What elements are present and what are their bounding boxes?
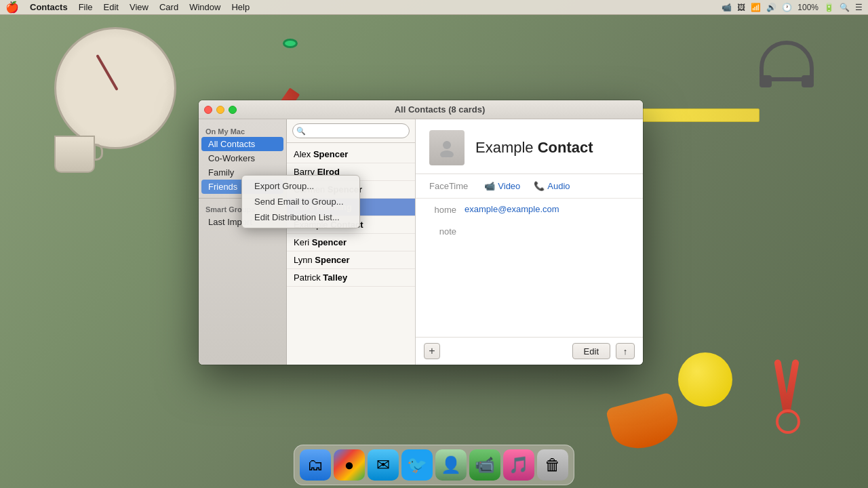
chrome-icon: ● <box>344 455 355 474</box>
sidebar-item-coworkers[interactable]: Co-Workers <box>201 151 283 165</box>
window-titlebar: All Contacts (8 cards) <box>199 100 643 119</box>
menubar: 🍎 Contacts File Edit View Card Window He… <box>0 0 868 15</box>
traffic-lights <box>204 106 237 114</box>
contact-item-keri-spencer[interactable]: Keri Spencer <box>287 234 415 251</box>
dock-finder[interactable]: 🗂 <box>300 449 331 481</box>
menu-card[interactable]: Card <box>159 2 178 12</box>
svg-point-0 <box>443 141 451 149</box>
contact-item-lynn-spencer[interactable]: Lynn Spencer <box>287 251 415 269</box>
email-value[interactable]: example@example.com <box>465 204 559 214</box>
contact-last-name-detail: Contact <box>538 139 593 156</box>
battery-label: 100% <box>797 3 818 12</box>
dock-facetime[interactable]: 📹 <box>469 449 500 481</box>
edit-share-row: Edit ↑ <box>572 343 635 359</box>
on-my-mac-label: On My Mac <box>199 125 286 137</box>
sidebar-item-all-contacts[interactable]: All Contacts <box>201 137 283 151</box>
add-contact-button[interactable]: + <box>424 343 440 359</box>
yellow-ball-decoration <box>678 352 732 407</box>
dock-chrome[interactable]: ● <box>334 449 365 481</box>
twitter-icon: 🐦 <box>407 455 427 474</box>
context-menu-edit-distribution[interactable]: Edit Distribution List... <box>242 209 359 225</box>
video-label: Video <box>498 181 520 191</box>
contact-last-name: Spencer <box>315 255 349 265</box>
contact-list-panel: 🔍 Alex Spencer Barry Elrod Carmen Spence… <box>287 119 416 365</box>
email-label: home <box>429 204 456 215</box>
dock-itunes[interactable]: 🎵 <box>503 449 534 481</box>
search-wrapper: 🔍 <box>292 123 410 138</box>
share-button[interactable]: ↑ <box>616 343 635 359</box>
maximize-button[interactable] <box>229 106 237 114</box>
headphones-decoration <box>760 41 814 81</box>
contact-last-name: Talley <box>323 272 347 283</box>
menu-extras-icon[interactable]: ☰ <box>855 3 863 12</box>
search-icon: 🔍 <box>296 127 306 136</box>
clock-icon: 🕐 <box>782 3 792 12</box>
contact-first-name: Keri <box>294 237 312 247</box>
menubar-right: 📹 🖼 📶 🔊 🕐 100% 🔋 🔍 ☰ <box>722 3 863 12</box>
context-menu-export-group[interactable]: Export Group... <box>242 178 359 194</box>
facetime-label: FaceTime <box>429 181 468 191</box>
note-label: note <box>429 226 456 237</box>
spotlight-icon[interactable]: 🔍 <box>840 3 850 12</box>
detail-panel: Example Contact FaceTime 📹 Video 📞 Audio <box>416 119 643 365</box>
facetime-dock-icon: 📹 <box>475 455 495 474</box>
search-input[interactable] <box>292 123 410 138</box>
detail-header: Example Contact <box>416 119 643 174</box>
battery-icon: 🔋 <box>824 3 834 12</box>
scissors-decoration <box>773 359 807 434</box>
window-title: All Contacts (8 cards) <box>242 104 637 115</box>
itunes-icon: 🎵 <box>509 455 529 474</box>
mug-decoration <box>54 136 95 173</box>
phone-icon: 📞 <box>534 181 545 191</box>
contact-first-name: Patrick <box>294 272 323 283</box>
dock-contacts[interactable]: 👤 <box>435 449 467 481</box>
wifi-icon: 📶 <box>751 3 761 12</box>
contact-first-name-detail: Example <box>475 139 534 156</box>
menu-window[interactable]: Window <box>189 2 220 12</box>
contact-last-name: Spencer <box>312 237 347 247</box>
contact-item-patrick-talley[interactable]: Patrick Talley <box>287 269 415 287</box>
dock-trash[interactable]: 🗑 <box>537 449 568 481</box>
search-bar: 🔍 <box>287 119 415 143</box>
audio-label: Audio <box>547 181 570 191</box>
desktop: 🍎 Contacts File Edit View Card Window He… <box>0 0 868 488</box>
video-button[interactable]: 📹 Video <box>484 181 520 191</box>
contacts-icon: 👤 <box>441 455 461 474</box>
green-dot-decoration <box>285 41 296 46</box>
contact-first-name: Lynn <box>294 255 315 265</box>
menu-edit[interactable]: Edit <box>104 2 119 12</box>
svg-point-1 <box>440 150 454 157</box>
audio-button[interactable]: 📞 Audio <box>534 181 570 191</box>
contact-first-name: Alex <box>294 149 313 159</box>
dock-twitter[interactable]: 🐦 <box>401 449 433 481</box>
mail-icon: ✉ <box>376 455 390 474</box>
dock: 🗂 ● ✉ 🐦 👤 📹 🎵 🗑 <box>294 445 574 485</box>
context-menu-send-email[interactable]: Send Email to Group... <box>242 194 359 209</box>
desk-clock-decoration <box>54 27 176 149</box>
close-button[interactable] <box>204 106 212 114</box>
minimize-button[interactable] <box>216 106 224 114</box>
contacts-window: All Contacts (8 cards) On My Mac All Con… <box>199 100 643 365</box>
apple-menu[interactable]: 🍎 <box>5 1 19 14</box>
note-field-row: note <box>416 220 643 242</box>
video-icon: 📹 <box>484 181 495 191</box>
facetime-row: FaceTime 📹 Video 📞 Audio <box>416 174 643 199</box>
contact-name-display: Example Contact <box>475 139 593 157</box>
menu-file[interactable]: File <box>79 2 93 12</box>
menu-view[interactable]: View <box>130 2 149 12</box>
trash-icon: 🗑 <box>545 455 561 474</box>
menu-help[interactable]: Help <box>231 2 250 12</box>
screen-record-icon: 📹 <box>722 3 732 12</box>
contact-avatar <box>429 130 465 165</box>
detail-footer: + Edit ↑ <box>416 337 643 365</box>
email-field-row: home example@example.com <box>416 199 643 220</box>
orange-decoration <box>606 392 684 455</box>
detail-spacer <box>416 242 643 337</box>
contact-item-alex-spencer[interactable]: Alex Spencer <box>287 146 415 163</box>
dock-mail[interactable]: ✉ <box>368 449 399 481</box>
menu-contacts[interactable]: Contacts <box>30 2 68 12</box>
edit-button[interactable]: Edit <box>572 343 610 359</box>
context-menu: Export Group... Send Email to Group... E… <box>241 175 360 228</box>
ruler-decoration <box>624 108 760 122</box>
window-body: On My Mac All Contacts Co-Workers Family… <box>199 119 643 365</box>
